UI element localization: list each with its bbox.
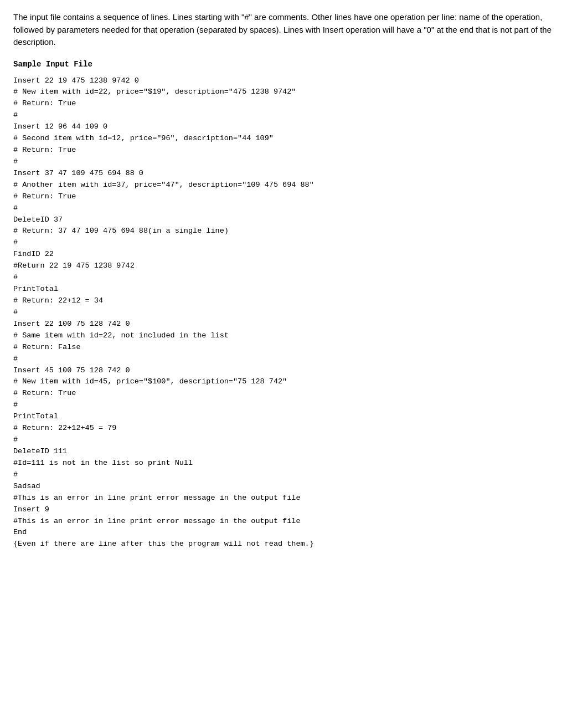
description-paragraph: The input file contains a sequence of li… (13, 11, 554, 49)
sample-input-heading: Sample Input File (13, 60, 554, 69)
code-block: Insert 22 19 475 1238 9742 0 # New item … (13, 75, 554, 551)
